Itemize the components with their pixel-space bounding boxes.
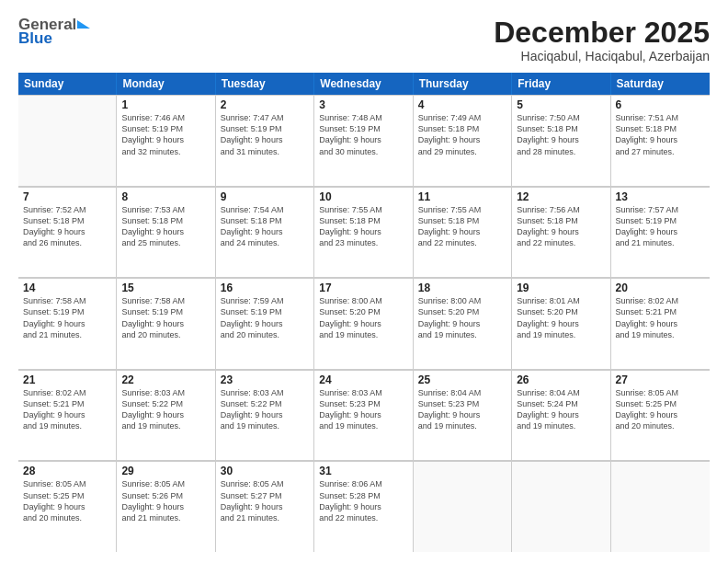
day-number: 11	[418, 190, 506, 203]
calendar-cell: 30Sunrise: 8:05 AM Sunset: 5:27 PM Dayli…	[216, 461, 314, 552]
day-number: 29	[121, 465, 210, 477]
calendar-cell: 2Sunrise: 7:47 AM Sunset: 5:19 PM Daylig…	[216, 95, 314, 186]
day-number: 5	[517, 98, 605, 111]
calendar-cell	[414, 461, 512, 552]
month-title: December 2025	[494, 17, 710, 49]
day-number: 28	[23, 465, 111, 477]
day-number: 20	[616, 282, 705, 294]
calendar-cell: 31Sunrise: 8:06 AM Sunset: 5:28 PM Dayli…	[314, 461, 413, 552]
day-number: 10	[319, 190, 407, 203]
page: General Blue December 2025 Haciqabul, Ha…	[0, 0, 728, 563]
cell-daylight-info: Sunrise: 8:01 AM Sunset: 5:20 PM Dayligh…	[517, 295, 605, 340]
header: General Blue December 2025 Haciqabul, Ha…	[18, 17, 710, 63]
calendar-cell: 12Sunrise: 7:56 AM Sunset: 5:18 PM Dayli…	[512, 187, 610, 278]
cell-daylight-info: Sunrise: 8:04 AM Sunset: 5:23 PM Dayligh…	[418, 387, 506, 432]
header-day-saturday: Saturday	[611, 73, 710, 95]
calendar-cell: 25Sunrise: 8:04 AM Sunset: 5:23 PM Dayli…	[414, 370, 512, 461]
calendar-cell: 10Sunrise: 7:55 AM Sunset: 5:18 PM Dayli…	[314, 187, 413, 278]
day-number: 23	[221, 373, 309, 386]
cell-daylight-info: Sunrise: 7:59 AM Sunset: 5:19 PM Dayligh…	[221, 295, 309, 340]
day-number: 22	[121, 373, 210, 386]
calendar-week-3: 14Sunrise: 7:58 AM Sunset: 5:19 PM Dayli…	[18, 278, 710, 370]
calendar-week-5: 28Sunrise: 8:05 AM Sunset: 5:25 PM Dayli…	[18, 461, 710, 552]
calendar-cell: 19Sunrise: 8:01 AM Sunset: 5:20 PM Dayli…	[512, 278, 610, 369]
logo-line2: Blue	[18, 30, 52, 46]
calendar-cell: 26Sunrise: 8:04 AM Sunset: 5:24 PM Dayli…	[512, 370, 610, 461]
calendar-cell: 20Sunrise: 8:02 AM Sunset: 5:21 PM Dayli…	[611, 278, 710, 369]
cell-daylight-info: Sunrise: 7:49 AM Sunset: 5:18 PM Dayligh…	[418, 112, 506, 157]
cell-daylight-info: Sunrise: 8:05 AM Sunset: 5:26 PM Dayligh…	[121, 478, 210, 523]
cell-daylight-info: Sunrise: 7:58 AM Sunset: 5:19 PM Dayligh…	[121, 295, 210, 340]
day-number: 16	[221, 282, 309, 294]
calendar-cell: 17Sunrise: 8:00 AM Sunset: 5:20 PM Dayli…	[314, 278, 413, 369]
day-number: 14	[23, 282, 111, 294]
cell-daylight-info: Sunrise: 8:00 AM Sunset: 5:20 PM Dayligh…	[418, 295, 506, 340]
cell-daylight-info: Sunrise: 8:00 AM Sunset: 5:20 PM Dayligh…	[319, 295, 407, 340]
day-number: 17	[319, 282, 407, 294]
calendar-cell: 16Sunrise: 7:59 AM Sunset: 5:19 PM Dayli…	[216, 278, 314, 369]
header-day-thursday: Thursday	[414, 73, 512, 95]
title-area: December 2025 Haciqabul, Haciqabul, Azer…	[494, 17, 710, 63]
day-number: 12	[517, 190, 605, 203]
cell-daylight-info: Sunrise: 7:47 AM Sunset: 5:19 PM Dayligh…	[221, 112, 309, 157]
header-day-monday: Monday	[117, 73, 215, 95]
cell-daylight-info: Sunrise: 8:03 AM Sunset: 5:23 PM Dayligh…	[319, 387, 407, 432]
calendar-cell: 29Sunrise: 8:05 AM Sunset: 5:26 PM Dayli…	[117, 461, 215, 552]
calendar-cell: 8Sunrise: 7:53 AM Sunset: 5:18 PM Daylig…	[117, 187, 215, 278]
calendar-cell	[512, 461, 610, 552]
day-number: 27	[616, 373, 705, 386]
calendar-cell: 3Sunrise: 7:48 AM Sunset: 5:19 PM Daylig…	[314, 95, 413, 186]
cell-daylight-info: Sunrise: 8:02 AM Sunset: 5:21 PM Dayligh…	[23, 387, 111, 432]
day-number: 25	[418, 373, 506, 386]
cell-daylight-info: Sunrise: 7:55 AM Sunset: 5:18 PM Dayligh…	[319, 204, 407, 249]
calendar-week-4: 21Sunrise: 8:02 AM Sunset: 5:21 PM Dayli…	[18, 370, 710, 462]
calendar-cell: 22Sunrise: 8:03 AM Sunset: 5:22 PM Dayli…	[117, 370, 215, 461]
day-number: 9	[221, 190, 309, 203]
day-number: 4	[418, 98, 506, 111]
header-day-tuesday: Tuesday	[216, 73, 314, 95]
cell-daylight-info: Sunrise: 7:46 AM Sunset: 5:19 PM Dayligh…	[121, 112, 210, 157]
logo: General Blue	[18, 17, 90, 46]
cell-daylight-info: Sunrise: 8:05 AM Sunset: 5:25 PM Dayligh…	[616, 387, 705, 432]
calendar-cell: 18Sunrise: 8:00 AM Sunset: 5:20 PM Dayli…	[414, 278, 512, 369]
cell-daylight-info: Sunrise: 7:52 AM Sunset: 5:18 PM Dayligh…	[23, 204, 111, 249]
cell-daylight-info: Sunrise: 7:50 AM Sunset: 5:18 PM Dayligh…	[517, 112, 605, 157]
calendar-cell	[611, 461, 710, 552]
location-subtitle: Haciqabul, Haciqabul, Azerbaijan	[494, 49, 710, 63]
day-number: 24	[319, 373, 407, 386]
day-number: 30	[221, 465, 309, 477]
day-number: 26	[517, 373, 605, 386]
calendar-cell: 28Sunrise: 8:05 AM Sunset: 5:25 PM Dayli…	[18, 461, 117, 552]
calendar-cell: 15Sunrise: 7:58 AM Sunset: 5:19 PM Dayli…	[117, 278, 215, 369]
cell-daylight-info: Sunrise: 7:51 AM Sunset: 5:18 PM Dayligh…	[616, 112, 705, 157]
header-day-friday: Friday	[512, 73, 610, 95]
cell-daylight-info: Sunrise: 7:53 AM Sunset: 5:18 PM Dayligh…	[121, 204, 210, 249]
day-number: 2	[221, 98, 309, 111]
logo-arrow-icon	[77, 20, 90, 29]
calendar: SundayMondayTuesdayWednesdayThursdayFrid…	[18, 73, 710, 552]
calendar-cell: 9Sunrise: 7:54 AM Sunset: 5:18 PM Daylig…	[216, 187, 314, 278]
day-number: 8	[121, 190, 210, 203]
day-number: 15	[121, 282, 210, 294]
calendar-cell: 27Sunrise: 8:05 AM Sunset: 5:25 PM Dayli…	[611, 370, 710, 461]
day-number: 3	[319, 98, 407, 111]
day-number: 13	[616, 190, 705, 203]
cell-daylight-info: Sunrise: 8:05 AM Sunset: 5:27 PM Dayligh…	[221, 478, 309, 523]
cell-daylight-info: Sunrise: 8:06 AM Sunset: 5:28 PM Dayligh…	[319, 478, 407, 523]
calendar-week-1: 1Sunrise: 7:46 AM Sunset: 5:19 PM Daylig…	[18, 95, 710, 187]
calendar-cell: 14Sunrise: 7:58 AM Sunset: 5:19 PM Dayli…	[18, 278, 117, 369]
cell-daylight-info: Sunrise: 8:05 AM Sunset: 5:25 PM Dayligh…	[23, 478, 111, 523]
calendar-header: SundayMondayTuesdayWednesdayThursdayFrid…	[18, 73, 710, 95]
cell-daylight-info: Sunrise: 8:03 AM Sunset: 5:22 PM Dayligh…	[221, 387, 309, 432]
cell-daylight-info: Sunrise: 8:03 AM Sunset: 5:22 PM Dayligh…	[121, 387, 210, 432]
day-number: 6	[616, 98, 705, 111]
calendar-cell	[18, 95, 117, 186]
header-day-wednesday: Wednesday	[314, 73, 413, 95]
cell-daylight-info: Sunrise: 7:54 AM Sunset: 5:18 PM Dayligh…	[221, 204, 309, 249]
calendar-cell: 11Sunrise: 7:55 AM Sunset: 5:18 PM Dayli…	[414, 187, 512, 278]
calendar-cell: 4Sunrise: 7:49 AM Sunset: 5:18 PM Daylig…	[414, 95, 512, 186]
calendar-cell: 13Sunrise: 7:57 AM Sunset: 5:19 PM Dayli…	[611, 187, 710, 278]
cell-daylight-info: Sunrise: 7:56 AM Sunset: 5:18 PM Dayligh…	[517, 204, 605, 249]
cell-daylight-info: Sunrise: 8:02 AM Sunset: 5:21 PM Dayligh…	[616, 295, 705, 340]
calendar-cell: 5Sunrise: 7:50 AM Sunset: 5:18 PM Daylig…	[512, 95, 610, 186]
